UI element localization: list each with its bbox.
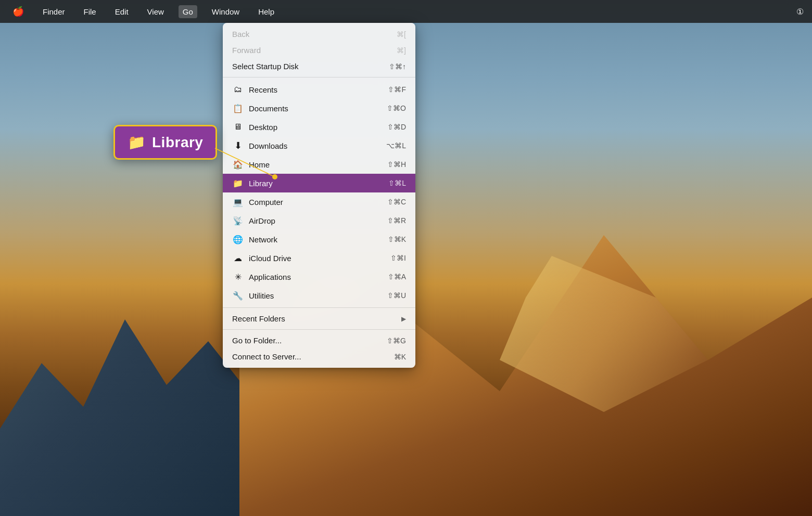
menu-item-go-to-folder[interactable]: Go to Folder... ⇧⌘G (223, 332, 415, 349)
computer-icon: 💻 (232, 196, 244, 208)
menubar-right: ① (796, 7, 804, 17)
menu-item-airdrop[interactable]: 📡 AirDrop ⇧⌘R (223, 211, 415, 230)
menu-item-documents[interactable]: 📋 Documents ⇧⌘O (223, 99, 415, 118)
menu-item-startup-disk[interactable]: Select Startup Disk ⇧⌘↑ (223, 58, 415, 74)
submenu-arrow-icon: ▶ (401, 315, 406, 322)
menu-item-downloads[interactable]: ⬇ Downloads ⌥⌘L (223, 136, 415, 155)
utilities-icon: 🔧 (232, 290, 244, 301)
recents-icon: 🗂 (232, 84, 244, 95)
menu-separator-1 (223, 77, 415, 78)
menu-item-desktop[interactable]: 🖥 Desktop ⇧⌘D (223, 118, 415, 136)
callout-folder-icon: 📁 (128, 134, 146, 151)
menu-item-forward[interactable]: Forward ⌘] (223, 42, 415, 58)
menubar-help[interactable]: Help (254, 5, 278, 18)
network-icon: 🌐 (232, 234, 244, 245)
menubar: 🍎 Finder File Edit View Go Window Help ① (0, 0, 812, 23)
menubar-edit[interactable]: Edit (111, 5, 133, 18)
menubar-file[interactable]: File (80, 5, 100, 18)
home-icon: 🏠 (232, 159, 244, 170)
menubar-status-icon[interactable]: ① (796, 7, 804, 17)
downloads-icon: ⬇ (232, 140, 244, 151)
menu-item-recent-folders[interactable]: Recent Folders ▶ (223, 311, 415, 327)
callout-label: Library (152, 134, 203, 151)
menubar-finder[interactable]: Finder (39, 5, 69, 18)
library-callout: 📁 Library (113, 125, 217, 160)
menu-item-network[interactable]: 🌐 Network ⇧⌘K (223, 230, 415, 249)
menu-item-recents[interactable]: 🗂 Recents ⇧⌘F (223, 80, 415, 99)
menu-item-connect-to-server[interactable]: Connect to Server... ⌘K (223, 349, 415, 365)
documents-icon: 📋 (232, 102, 244, 114)
menu-separator-2 (223, 307, 415, 308)
menu-item-applications[interactable]: ✳ Applications ⇧⌘A (223, 267, 415, 286)
menubar-view[interactable]: View (143, 5, 168, 18)
menubar-window[interactable]: Window (208, 5, 244, 18)
airdrop-icon: 📡 (232, 215, 244, 226)
go-menu-dropdown: Back ⌘[ Forward ⌘] Select Startup Disk ⇧… (223, 23, 415, 368)
library-icon: 📁 (232, 177, 244, 189)
library-callout-box: 📁 Library (113, 125, 217, 160)
menu-item-library[interactable]: 📁 Library ⇧⌘L (223, 174, 415, 192)
menubar-go[interactable]: Go (179, 5, 197, 18)
menu-item-home[interactable]: 🏠 Home ⇧⌘H (223, 155, 415, 174)
menu-separator-3 (223, 329, 415, 330)
menubar-left: 🍎 Finder File Edit View Go Window Help (8, 4, 278, 19)
menu-item-back[interactable]: Back ⌘[ (223, 26, 415, 42)
apple-menu-button[interactable]: 🍎 (8, 4, 28, 19)
icloud-icon: ☁ (232, 252, 244, 264)
desktop-icon: 🖥 (232, 121, 244, 133)
menu-item-utilities[interactable]: 🔧 Utilities ⇧⌘U (223, 286, 415, 305)
menu-item-icloud-drive[interactable]: ☁ iCloud Drive ⇧⌘I (223, 249, 415, 267)
menu-item-computer[interactable]: 💻 Computer ⇧⌘C (223, 192, 415, 211)
applications-icon: ✳ (232, 271, 244, 282)
